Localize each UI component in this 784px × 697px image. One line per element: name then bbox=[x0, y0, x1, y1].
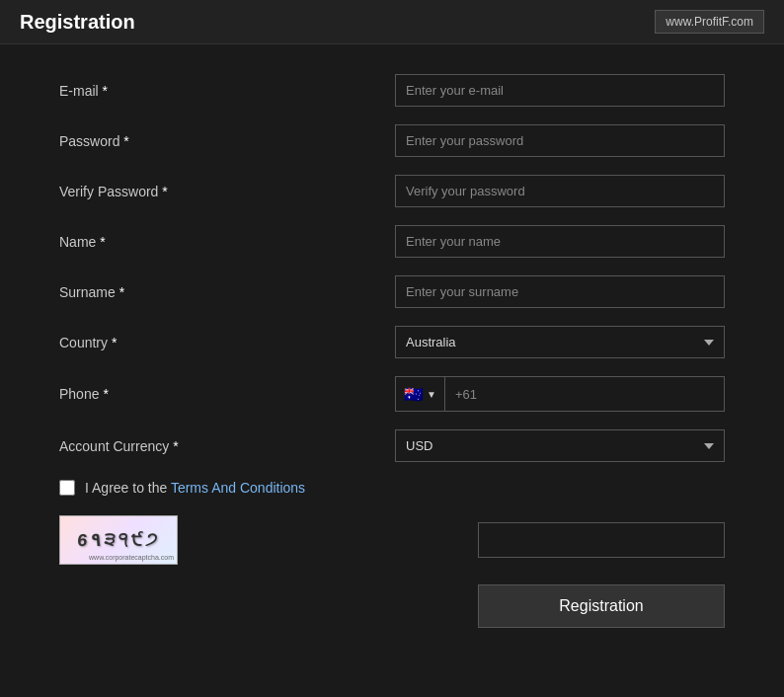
password-label: Password * bbox=[59, 133, 395, 149]
captcha-text: 6۹੩੧੯੭ bbox=[76, 529, 162, 551]
captcha-input[interactable] bbox=[478, 522, 725, 558]
surname-row: Surname * bbox=[59, 275, 725, 308]
phone-label: Phone * bbox=[59, 386, 395, 402]
header: Registration www.ProfitF.com bbox=[0, 0, 784, 44]
captcha-site: www.corporatecaptcha.com bbox=[89, 554, 174, 561]
verify-password-label: Verify Password * bbox=[59, 184, 395, 199]
currency-select[interactable]: USD EUR GBP AUD JPY CAD bbox=[395, 429, 725, 462]
captcha-row: 6۹੩੧੯੭ www.corporatecaptcha.com bbox=[59, 515, 725, 565]
password-field[interactable] bbox=[395, 124, 725, 157]
terms-label: I Agree to the Terms And Conditions bbox=[85, 480, 305, 496]
country-select[interactable]: Australia United States United Kingdom C… bbox=[395, 326, 725, 358]
phone-row: Phone * 🇦🇺 ▼ bbox=[59, 376, 725, 412]
terms-checkbox[interactable] bbox=[59, 480, 75, 496]
surname-field[interactable] bbox=[395, 275, 725, 308]
name-row: Name * bbox=[59, 225, 725, 258]
country-label: Country * bbox=[59, 335, 395, 350]
email-row: E-mail * bbox=[59, 74, 725, 107]
terms-link[interactable]: Terms And Conditions bbox=[171, 480, 305, 496]
name-label: Name * bbox=[59, 234, 395, 250]
name-field[interactable] bbox=[395, 225, 725, 258]
country-row: Country * Australia United States United… bbox=[59, 326, 725, 358]
surname-label: Surname * bbox=[59, 284, 395, 300]
currency-row: Account Currency * USD EUR GBP AUD JPY C… bbox=[59, 429, 725, 462]
registration-form: E-mail * Password * Verify Password * Na… bbox=[0, 44, 784, 658]
page-title: Registration bbox=[20, 11, 135, 34]
verify-password-field[interactable] bbox=[395, 175, 725, 207]
currency-label: Account Currency * bbox=[59, 438, 395, 454]
email-field[interactable] bbox=[395, 74, 725, 107]
password-row: Password * bbox=[59, 124, 725, 157]
terms-row: I Agree to the Terms And Conditions bbox=[59, 480, 725, 496]
register-button[interactable]: Registration bbox=[478, 584, 725, 628]
phone-flag-selector[interactable]: 🇦🇺 ▼ bbox=[395, 376, 444, 412]
phone-input-group: 🇦🇺 ▼ bbox=[395, 376, 725, 412]
dropdown-arrow: ▼ bbox=[427, 389, 436, 400]
verify-password-row: Verify Password * bbox=[59, 175, 725, 207]
captcha-image: 6۹੩੧੯੭ www.corporatecaptcha.com bbox=[59, 515, 178, 565]
email-label: E-mail * bbox=[59, 83, 395, 99]
site-url: www.ProfitF.com bbox=[655, 10, 764, 34]
phone-field[interactable] bbox=[444, 376, 725, 412]
flag-emoji: 🇦🇺 bbox=[404, 385, 424, 404]
